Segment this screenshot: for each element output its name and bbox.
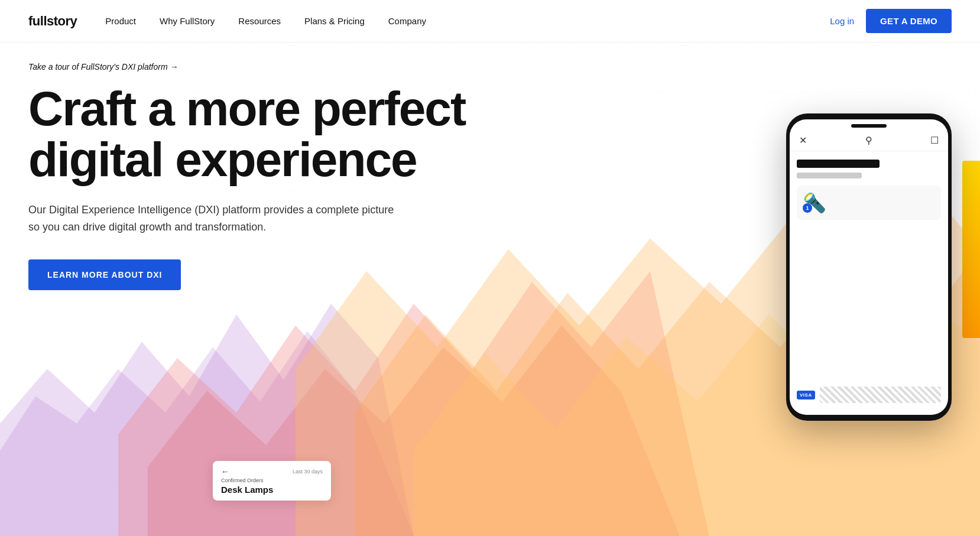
phone-product-image: 🔦 [797,186,941,220]
svg-marker-1 [0,304,414,536]
hero-heading: Craft a more perfect digital experience [28,83,478,185]
yellow-accent-bar [962,161,980,338]
phone-search-icon: ⚲ [865,135,872,146]
phone-cart-icon: ☐ [930,135,939,146]
tour-link[interactable]: Take a tour of FullStory's DXI platform … [28,62,178,72]
analytics-card-header: ← Last 30 days [221,467,323,476]
phone-product-area: 🔦 1 [790,151,948,293]
navigation: fullstory Product Why FullStory Resource… [0,0,980,43]
nav-item-product[interactable]: Product [105,16,136,26]
analytics-date-range: Last 30 days [293,469,323,475]
svg-marker-2 [0,331,414,536]
phone-top-bar: ✕ ⚲ ☐ [790,131,948,151]
nav-actions: Log in GET A DEMO [830,9,952,33]
svg-marker-3 [118,271,709,536]
phone-mockup: ✕ ⚲ ☐ 🔦 1 VISA [786,113,952,421]
analytics-category-label: Confirmed Orders [221,477,323,483]
hero-heading-line1: Craft a more perfect [28,82,465,135]
phone-product-subtitle-bar [797,173,862,178]
analytics-product-name: Desk Lamps [221,485,323,495]
phone-close-icon: ✕ [799,135,807,146]
hero-subtext: Our Digital Experience Intelligence (DXI… [28,202,395,236]
hero-section: Take a tour of FullStory's DXI platform … [0,43,980,536]
hero-content: Take a tour of FullStory's DXI platform … [28,61,478,290]
analytics-card: ← Last 30 days Confirmed Orders Desk Lam… [213,461,331,501]
nav-item-plans-pricing[interactable]: Plans & Pricing [304,16,365,26]
svg-marker-4 [148,326,680,536]
cart-badge: 1 [803,203,812,213]
visa-badge: VISA [797,391,815,399]
nav-item-resources[interactable]: Resources [238,16,281,26]
nav-item-company[interactable]: Company [388,16,426,26]
learn-more-button[interactable]: LEARN MORE ABOUT DXI [28,259,181,290]
nav-links: Product Why FullStory Resources Plans & … [105,16,830,26]
phone-screen: ✕ ⚲ ☐ 🔦 1 VISA [790,119,948,415]
phone-payment-row: VISA [797,386,941,403]
phone-notch [851,124,887,128]
phone-bottom-area: VISA [790,386,948,403]
back-arrow-icon[interactable]: ← [221,467,229,476]
hero-heading-line2: digital experience [28,132,417,186]
nav-item-why-fullstory[interactable]: Why FullStory [160,16,215,26]
login-link[interactable]: Log in [830,16,854,26]
card-stripe [820,386,941,403]
get-demo-button[interactable]: GET A DEMO [866,9,952,33]
phone-product-title-bar [797,160,880,168]
phone-spacer [797,226,941,285]
brand-logo[interactable]: fullstory [28,14,77,29]
